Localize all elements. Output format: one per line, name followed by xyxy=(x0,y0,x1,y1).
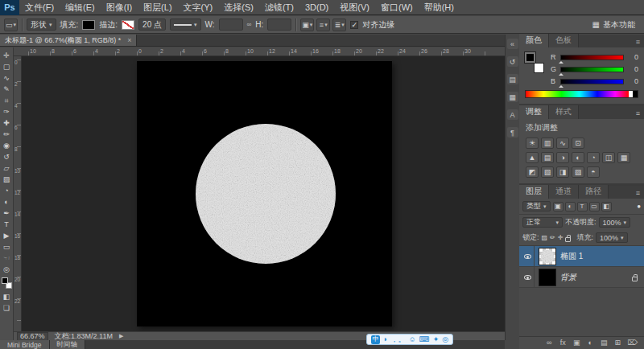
threshold-icon[interactable]: ◨ xyxy=(556,166,569,178)
tool-preset-picker[interactable]: ▭▾ xyxy=(4,18,18,31)
close-icon[interactable]: × xyxy=(127,36,131,44)
bottom-panel-tab[interactable]: 时间轴 xyxy=(50,340,86,349)
stroke-type-select[interactable]: ▾ xyxy=(170,18,201,31)
menu-item[interactable]: 编辑(E) xyxy=(60,0,101,15)
vibrance-icon[interactable]: ▲ xyxy=(526,152,539,163)
color-slider[interactable]: R 0 xyxy=(551,53,638,61)
color-balance-icon[interactable]: ◑ xyxy=(556,152,569,163)
history-panel-icon[interactable]: ↺ xyxy=(507,56,518,67)
info-panel-icon[interactable]: ▦ xyxy=(507,92,518,102)
adjustment-layer-icon[interactable]: ◐ xyxy=(586,339,594,347)
vertical-ruler[interactable]: 0246810121416182022 xyxy=(14,56,22,331)
bottom-panel-tab[interactable]: Mini Bridge xyxy=(0,340,50,349)
ime-mode-icon[interactable]: 中 xyxy=(371,335,380,344)
link-layers-icon[interactable]: ∞ xyxy=(545,339,553,347)
quick-mask-button[interactable]: ◧ xyxy=(1,291,13,302)
path-selection-tool[interactable]: ▶ xyxy=(1,230,13,241)
ime-fullwidth-icon[interactable]: ◗ xyxy=(383,335,387,344)
pen-tool[interactable]: ✒ xyxy=(1,207,13,219)
layer-name[interactable]: 椭圆 1 xyxy=(560,251,642,262)
path-arrange-icon[interactable]: ≣▾ xyxy=(332,18,346,31)
layer-row-ellipse[interactable]: 椭圆 1 xyxy=(519,246,644,267)
lasso-tool[interactable]: ∿ xyxy=(1,72,13,84)
dodge-tool[interactable]: ◐ xyxy=(1,196,13,207)
layer-name[interactable]: 背景 xyxy=(560,272,628,283)
color-lookup-icon[interactable]: ▦ xyxy=(617,152,630,163)
photo-filter-icon[interactable]: ◔ xyxy=(587,152,600,163)
path-alignment-icon[interactable]: ≡▾ xyxy=(316,18,330,31)
lock-transparency-icon[interactable]: ▨ xyxy=(542,234,548,241)
blend-mode-select[interactable]: 正常 ▾ xyxy=(522,217,563,228)
shape-tool[interactable]: ▭ xyxy=(1,241,13,253)
collapse-dock-icon[interactable]: « xyxy=(507,39,518,49)
filter-adjustment-layers-icon[interactable]: ◐ xyxy=(565,202,576,211)
panel-menu-icon[interactable]: ≡ xyxy=(632,38,644,47)
tab-adjustments[interactable]: 调整 xyxy=(519,105,549,119)
eyedropper-tool[interactable]: ✑ xyxy=(1,106,13,117)
filter-toggle-icon[interactable]: ● xyxy=(637,203,641,210)
brush-tool[interactable]: ✏ xyxy=(1,129,13,140)
menu-item[interactable]: 帮助(H) xyxy=(419,0,460,15)
crop-tool[interactable]: ⌗ xyxy=(1,95,13,106)
menu-item[interactable]: 文件(F) xyxy=(19,0,60,15)
lock-pixels-icon[interactable]: ✏ xyxy=(550,234,555,241)
black-white-icon[interactable]: ◐ xyxy=(572,152,584,163)
layer-mask-icon[interactable]: ▣ xyxy=(572,339,580,347)
layer-filter-type-select[interactable]: 类型 ▾ xyxy=(522,201,551,211)
filter-smart-objects-icon[interactable]: ◧ xyxy=(601,202,612,211)
fill-swatch[interactable] xyxy=(82,20,95,30)
character-panel-icon[interactable]: A xyxy=(507,109,518,120)
height-field[interactable] xyxy=(267,18,291,31)
filter-pixel-layers-icon[interactable]: ▣ xyxy=(553,202,564,211)
tab-styles[interactable]: 样式 xyxy=(549,105,579,119)
foreground-color-swatch[interactable] xyxy=(525,52,535,63)
slider-value[interactable]: 0 xyxy=(627,77,638,85)
move-tool[interactable]: ✛ xyxy=(1,50,13,61)
menu-item[interactable]: 窗口(W) xyxy=(375,0,419,15)
layer-thumbnail[interactable] xyxy=(539,248,556,265)
align-edges-checkbox[interactable]: ✓ xyxy=(350,21,358,29)
ellipse-shape[interactable] xyxy=(195,123,336,265)
blur-tool[interactable]: ◔ xyxy=(1,185,13,196)
photoshop-logo[interactable]: Ps xyxy=(0,0,19,15)
horizontal-ruler[interactable]: 108642024681012141618202224262830 xyxy=(14,47,505,56)
posterize-icon[interactable]: ▧ xyxy=(541,166,554,178)
fill-field[interactable]: 100% ▾ xyxy=(596,232,628,243)
menu-item[interactable]: 文字(Y) xyxy=(178,0,219,15)
zoom-level-field[interactable]: 66.67% xyxy=(17,332,48,341)
stroke-swatch[interactable] xyxy=(122,20,134,30)
menu-item[interactable]: 视图(V) xyxy=(334,0,375,15)
tab-paths[interactable]: 路径 xyxy=(579,185,609,199)
slider-value[interactable]: 0 xyxy=(627,53,638,61)
stroke-width-field[interactable]: 20 点 xyxy=(138,18,166,31)
screen-mode-button[interactable]: ❏ xyxy=(1,302,13,314)
menu-item[interactable]: 图层(L) xyxy=(138,0,177,15)
menu-item[interactable]: 选择(S) xyxy=(218,0,259,15)
ime-toolbox-icon[interactable]: ✦ xyxy=(433,335,440,344)
slider-track[interactable] xyxy=(560,67,624,72)
lock-all-icon[interactable] xyxy=(565,237,571,242)
width-field[interactable] xyxy=(219,18,243,31)
panel-menu-icon[interactable]: ≡ xyxy=(632,109,644,119)
visibility-toggle[interactable] xyxy=(522,267,535,288)
visibility-toggle[interactable] xyxy=(522,246,535,267)
canvas-viewport[interactable] xyxy=(22,56,505,331)
history-brush-tool[interactable]: ↺ xyxy=(1,151,13,162)
color-slider[interactable]: B 0 xyxy=(551,77,638,85)
status-options-arrow-icon[interactable]: ▶ xyxy=(119,333,123,339)
path-operations-icon[interactable]: ▣▾ xyxy=(300,18,314,31)
invert-icon[interactable]: ◩ xyxy=(526,166,539,178)
paragraph-panel-icon[interactable]: ¶ xyxy=(507,127,518,138)
tab-swatches[interactable]: 色板 xyxy=(549,34,579,47)
tab-layers[interactable]: 图层 xyxy=(519,185,549,199)
filter-shape-layers-icon[interactable]: ▭ xyxy=(589,202,600,211)
healing-brush-tool[interactable]: ✚ xyxy=(1,117,13,129)
marquee-tool[interactable]: ▢ xyxy=(1,61,13,72)
hue-saturation-icon[interactable]: ▤ xyxy=(541,152,554,163)
hand-tool[interactable]: ☜ xyxy=(1,253,13,264)
tab-color[interactable]: 颜色 xyxy=(519,34,549,47)
link-dimensions-icon[interactable]: ∞ xyxy=(247,21,252,28)
ime-emoji-icon[interactable]: ☺ xyxy=(408,335,415,344)
slider-track[interactable] xyxy=(560,79,624,84)
document-tab[interactable]: 未标题-1 @ 66.7%(椭圆 1, RGB/8) * × xyxy=(0,35,137,46)
